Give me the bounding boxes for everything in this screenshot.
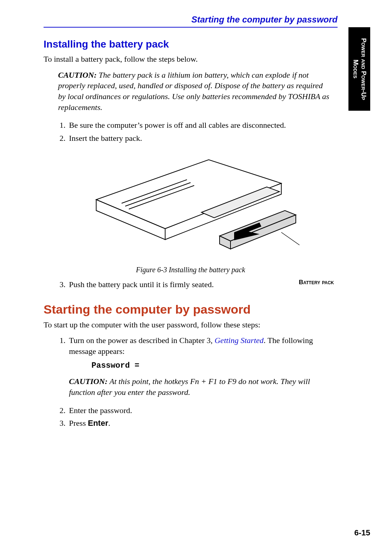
install-step-1: Be sure the computer’s power is off and … (68, 120, 338, 131)
install-steps-b: Push the battery pack until it is firmly… (44, 279, 338, 290)
caution-text: The battery pack is a lithium ion batter… (58, 70, 329, 112)
password-step-1: Turn on the power as described in Chapte… (68, 335, 338, 397)
caution-lead-2: CAUTION: (69, 377, 107, 386)
password-step-3: Press Enter. (68, 418, 338, 429)
enter-key-label: Enter (88, 419, 108, 428)
page: Starting the computer by password Power … (0, 0, 392, 555)
password-intro: To start up the computer with the user p… (44, 319, 338, 330)
page-number: 6-15 (354, 528, 370, 538)
step3-post: . (108, 419, 110, 428)
figure-caption: Figure 6-3 Installing the battery pack (44, 266, 338, 274)
install-step-2: Insert the battery pack. (68, 133, 338, 144)
laptop-battery-illustration-icon (78, 149, 303, 261)
install-steps-a: Be sure the computer’s power is off and … (44, 120, 338, 143)
figure-battery-install (44, 149, 338, 263)
caution-install: CAUTION: The battery pack is a lithium i… (58, 70, 338, 113)
side-tab-chapter-label: Power and Power-Up Modes (348, 27, 370, 111)
password-steps: Turn on the power as described in Chapte… (44, 335, 338, 429)
content-area: Installing the battery pack To install a… (44, 38, 370, 429)
heading-starting-password: Starting the computer by password (44, 302, 338, 317)
running-header: Starting the computer by password (44, 15, 370, 27)
password-step-2: Enter the password. (68, 405, 338, 416)
caution-password: CAUTION: At this point, the hotkeys Fn +… (69, 376, 338, 397)
caution-lead: CAUTION: (58, 70, 97, 79)
install-intro: To install a battery pack, follow the st… (44, 54, 338, 65)
figure-callout-label: Battery pack (299, 279, 334, 286)
password-prompt-code: Password = (91, 360, 338, 371)
install-step-3: Push the battery pack until it is firmly… (68, 279, 338, 290)
svg-line-11 (281, 232, 299, 245)
header-rule (44, 27, 338, 28)
step1-pre: Turn on the power as described in Chapte… (69, 336, 215, 345)
getting-started-link[interactable]: Getting Started (215, 336, 264, 345)
step3-pre: Press (69, 419, 88, 428)
heading-installing-battery: Installing the battery pack (44, 38, 338, 50)
